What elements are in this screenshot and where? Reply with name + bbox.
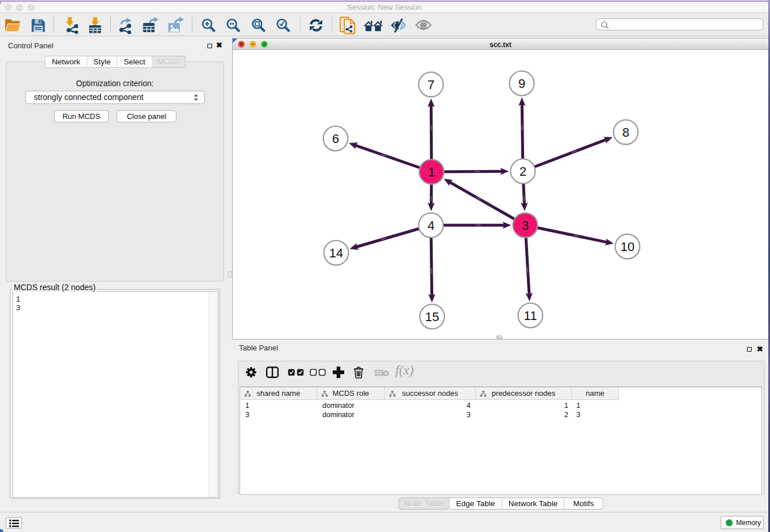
svg-text:10: 10	[621, 240, 634, 254]
svg-text:8: 8	[622, 125, 629, 140]
svg-text:4: 4	[428, 218, 434, 233]
svg-text:6: 6	[332, 132, 339, 146]
svg-text:1: 1	[428, 165, 435, 179]
svg-text:11: 11	[524, 309, 537, 323]
svg-text:14: 14	[329, 246, 343, 260]
svg-text:2: 2	[519, 164, 526, 179]
svg-text:15: 15	[425, 310, 439, 324]
svg-text:9: 9	[518, 76, 525, 91]
svg-text:3: 3	[522, 218, 529, 233]
svg-text:7: 7	[428, 78, 434, 92]
